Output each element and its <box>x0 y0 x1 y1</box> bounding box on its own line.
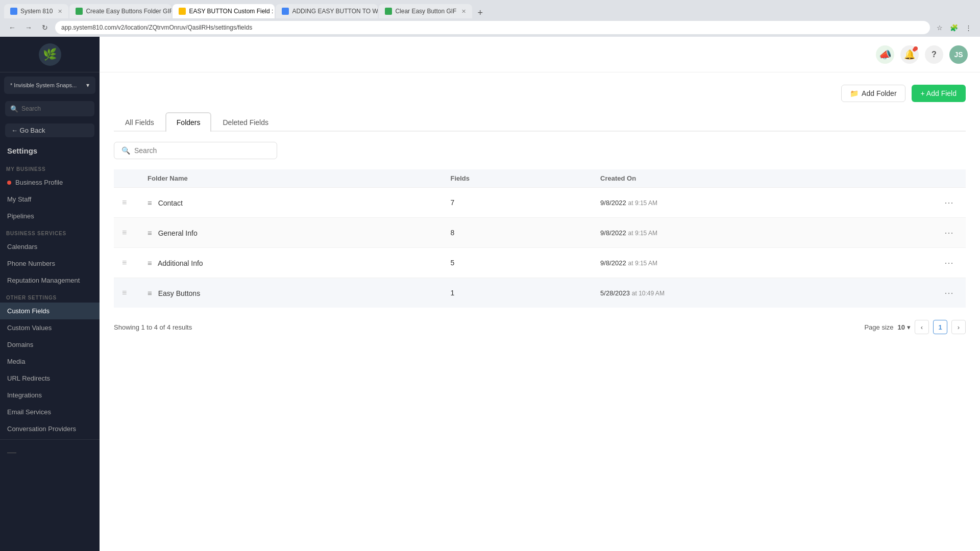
folder-search-input[interactable] <box>134 146 270 155</box>
created-time: at 9:15 AM <box>628 260 657 267</box>
back-btn[interactable]: ← <box>6 21 18 34</box>
sidebar-more-icon[interactable]: — <box>0 442 100 463</box>
drag-icon: ≡ <box>122 198 127 207</box>
tab-deleted-fields-label: Deleted Fields <box>223 118 268 127</box>
tab-title-4: ADDING EASY BUTTON TO W... <box>292 8 378 15</box>
sidebar-label-integrations: Integrations <box>7 391 42 399</box>
tab-close-1[interactable]: ✕ <box>58 8 62 15</box>
th-created-on: Created On <box>592 169 932 188</box>
sidebar-item-email-services[interactable]: Email Services <box>0 404 100 420</box>
sidebar-item-integrations[interactable]: Integrations <box>0 387 100 404</box>
browser-tab-3[interactable]: EASY BUTTON Custom Field : ... ✕ <box>173 4 275 18</box>
sidebar-label-domains: Domains <box>7 341 33 348</box>
extensions-btn[interactable]: 🧩 <box>948 22 960 33</box>
sidebar-item-my-staff[interactable]: My Staff <box>0 191 100 208</box>
folder-name-cell-row-additional-info: ≡ Additional Info <box>139 248 442 278</box>
top-bar: 📣 🔔 ? JS <box>100 37 980 72</box>
tab-close-5[interactable]: ✕ <box>461 8 466 15</box>
fields-cell-row-contact: 7 <box>442 188 592 218</box>
page-1-btn[interactable]: 1 <box>933 320 947 334</box>
tab-all-fields[interactable]: All Fields <box>114 112 165 132</box>
go-back-button[interactable]: ← Go Back <box>5 123 94 137</box>
tab-deleted-fields[interactable]: Deleted Fields <box>211 112 280 132</box>
th-actions <box>932 169 966 188</box>
actions-cell-row-general-info: ⋯ <box>932 218 966 248</box>
sidebar-item-custom-values[interactable]: Custom Values <box>0 319 100 336</box>
address-input[interactable] <box>55 21 930 34</box>
sidebar-item-media[interactable]: Media <box>0 353 100 370</box>
sidebar-label-business-profile: Business Profile <box>15 179 63 186</box>
more-options-btn[interactable]: ⋮ <box>963 22 974 33</box>
created-time: at 9:15 AM <box>628 230 657 237</box>
location-selector[interactable]: * Invisible System Snaps... ▾ <box>4 77 95 94</box>
avatar[interactable]: JS <box>949 45 968 64</box>
settings-heading: Settings <box>0 141 100 160</box>
sidebar-item-custom-fields[interactable]: Custom Fields <box>0 303 100 319</box>
row-more-btn-row-additional-info[interactable]: ⋯ <box>940 255 958 270</box>
th-fields: Fields <box>442 169 592 188</box>
prev-page-btn[interactable]: ‹ <box>915 320 929 334</box>
actions-cell-row-contact: ⋯ <box>932 188 966 218</box>
sidebar-item-url-redirects[interactable]: URL Redirects <box>0 370 100 387</box>
new-tab-btn[interactable]: + <box>473 8 487 18</box>
sidebar-divider <box>0 439 100 440</box>
add-folder-button[interactable]: 📁 Add Folder <box>841 85 905 102</box>
tab-folders[interactable]: Folders <box>165 112 212 132</box>
reload-btn[interactable]: ↻ <box>39 21 51 34</box>
drag-icon: ≡ <box>122 228 127 237</box>
tab-favicon-1 <box>10 8 17 15</box>
pagination-info: Showing 1 to 4 of 4 results <box>114 323 192 331</box>
sidebar-item-calendars[interactable]: Calendars <box>0 238 100 255</box>
browser-tab-4[interactable]: ADDING EASY BUTTON TO W... ✕ <box>276 4 378 18</box>
business-services-section-label: BUSINESS SERVICES <box>0 224 100 238</box>
logo-circle: 🌿 <box>39 43 61 66</box>
browser-tab-5[interactable]: Clear Easy Button GIF ✕ <box>379 4 472 18</box>
forward-btn[interactable]: → <box>22 21 35 34</box>
address-bar-row: ← → ↻ ☆ 🧩 ⋮ <box>0 18 980 37</box>
sidebar-item-phone-numbers[interactable]: Phone Numbers <box>0 255 100 272</box>
help-btn[interactable]: ? <box>925 45 943 64</box>
marketing-icon-btn[interactable]: 📣 <box>876 45 894 64</box>
row-more-btn-row-general-info[interactable]: ⋯ <box>940 225 958 240</box>
fields-count: 1 <box>450 289 454 297</box>
sidebar: 🌿 * Invisible System Snaps... ▾ 🔍 ⌘K + ←… <box>0 37 100 551</box>
search-input[interactable] <box>21 105 98 112</box>
sidebar-item-pipelines[interactable]: Pipelines <box>0 208 100 224</box>
row-more-btn-row-contact[interactable]: ⋯ <box>940 195 958 210</box>
location-chevron-icon: ▾ <box>86 82 89 89</box>
created-date: 9/8/2022 <box>600 259 626 267</box>
logo-icon: 🌿 <box>43 48 57 61</box>
tab-favicon-3 <box>179 8 186 15</box>
sidebar-item-conversation-providers[interactable]: Conversation Providers <box>0 420 100 437</box>
browser-chrome: System 810 ✕ Create Easy Buttons Folder … <box>0 0 980 37</box>
sidebar-item-domains[interactable]: Domains <box>0 336 100 353</box>
next-page-btn[interactable]: › <box>951 320 966 334</box>
sidebar-item-business-profile[interactable]: Business Profile <box>0 174 100 191</box>
row-more-btn-row-easy-buttons[interactable]: ⋯ <box>940 285 958 300</box>
page-content: 📁 Add Folder + Add Field All Fields Fold… <box>100 72 980 355</box>
tab-bar: System 810 ✕ Create Easy Buttons Folder … <box>0 0 980 18</box>
sidebar-label-url-redirects: URL Redirects <box>7 374 50 382</box>
my-business-section-label: MY BUSINESS <box>0 160 100 174</box>
avatar-initials: JS <box>954 51 963 59</box>
sidebar-label-custom-fields: Custom Fields <box>7 307 50 315</box>
help-icon: ? <box>932 50 937 59</box>
sidebar-label-email-services: Email Services <box>7 408 51 416</box>
top-bar-actions: 📣 🔔 ? JS <box>876 45 968 64</box>
sidebar-label-conversation-providers: Conversation Providers <box>7 425 76 433</box>
tab-title-3: EASY BUTTON Custom Field : ... <box>189 8 275 15</box>
sidebar-item-reputation-management[interactable]: Reputation Management <box>0 272 100 289</box>
add-field-label: + Add Field <box>921 89 957 97</box>
created-date: 9/8/2022 <box>600 229 626 237</box>
tab-title-5: Clear Easy Button GIF <box>395 8 456 15</box>
folder-name-cell-row-general-info: ≡ General Info <box>139 218 442 248</box>
browser-tab-2[interactable]: Create Easy Buttons Folder GIF ... ✕ <box>69 4 172 18</box>
bookmark-btn[interactable]: ☆ <box>934 22 945 33</box>
sidebar-logo: 🌿 <box>0 37 100 72</box>
page-size-selector[interactable]: Page size 10 ▾ <box>864 323 911 331</box>
add-field-button[interactable]: + Add Field <box>912 85 966 102</box>
notification-btn[interactable]: 🔔 <box>900 45 919 64</box>
other-settings-section-label: OTHER SETTINGS <box>0 289 100 303</box>
sidebar-label-phone-numbers: Phone Numbers <box>7 260 55 267</box>
browser-tab-1[interactable]: System 810 ✕ <box>4 4 68 18</box>
